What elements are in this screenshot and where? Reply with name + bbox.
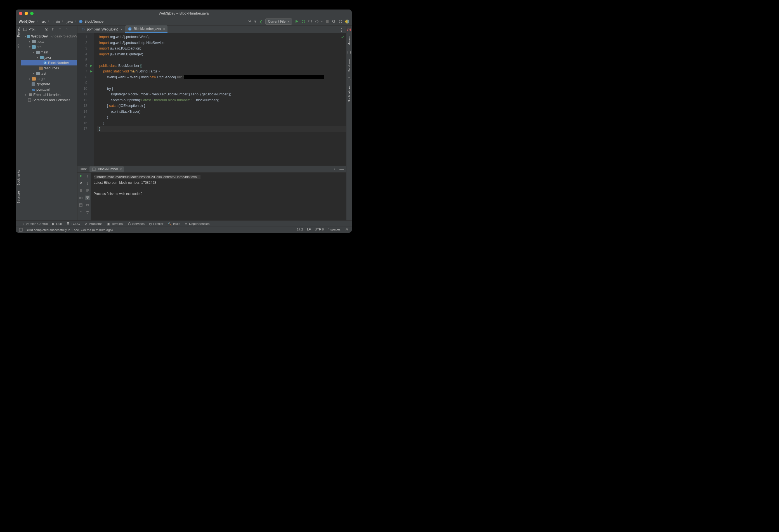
lock-icon[interactable]	[345, 228, 349, 232]
tree-folder[interactable]: ▾main	[21, 50, 77, 55]
profiler-tab[interactable]: ◷Profiler	[149, 222, 163, 226]
console-output[interactable]: /Library/Java/JavaVirtualMachines/jdk-20…	[91, 173, 346, 220]
profile-button[interactable]	[314, 19, 319, 24]
stop-icon[interactable]	[78, 188, 83, 193]
notifications-tool-button[interactable]: Notifications	[348, 85, 351, 102]
tree-folder[interactable]: ▸External Libraries	[21, 92, 77, 97]
back-icon[interactable]	[259, 19, 263, 24]
project-tool-button[interactable]: Project	[17, 27, 20, 37]
debug-button[interactable]	[301, 19, 306, 24]
maximize-window-button[interactable]	[30, 12, 34, 15]
close-tab-icon[interactable]: ×	[121, 27, 123, 32]
svg-rect-10	[23, 28, 27, 31]
terminal-tab[interactable]: ▣Terminal	[107, 222, 123, 226]
tree-folder[interactable]: ▸target	[21, 76, 77, 81]
problems-tab[interactable]: ⊘Problems	[85, 222, 103, 226]
tab-options-icon[interactable]: ⋮	[337, 27, 346, 33]
breadcrumb-item[interactable]: BlockNumber	[83, 19, 105, 24]
inspection-ok-icon[interactable]: ✓	[341, 35, 345, 40]
run-button[interactable]	[294, 19, 299, 24]
todo-tab[interactable]: ☰TODO	[67, 222, 80, 226]
structure-tool-button[interactable]: Structure	[17, 191, 20, 203]
hide-panel-icon[interactable]: —	[340, 167, 344, 172]
indent-setting[interactable]: 4 spaces	[328, 228, 341, 232]
wrench-icon[interactable]	[78, 181, 83, 185]
database-tool-button[interactable]: Database	[348, 59, 351, 72]
breadcrumb-item[interactable]: java	[66, 19, 73, 24]
database-tool-icon[interactable]	[347, 50, 352, 55]
bookmarks-tool-button[interactable]: Bookmarks	[17, 170, 20, 185]
editor[interactable]: ✓ 1234567891011121314151617 ▶ ▶ import o…	[77, 33, 346, 166]
tree-folder[interactable]: Scratches and Consoles	[21, 97, 77, 103]
maven-tool-button[interactable]: Maven	[348, 36, 351, 46]
tree-folder[interactable]: ▸.idea	[21, 39, 77, 44]
camera-icon[interactable]	[78, 195, 83, 200]
run-line-icon[interactable]: ▶	[89, 63, 94, 69]
maven-tool-icon[interactable]: m	[347, 27, 352, 32]
fold-gutter[interactable]	[94, 33, 97, 166]
tree-folder[interactable]: resources	[21, 65, 77, 71]
select-opened-file-icon[interactable]	[44, 27, 49, 32]
run-tab[interactable]: ▶Run	[52, 222, 62, 226]
cursor-position[interactable]: 17:2	[297, 228, 303, 232]
layout-icon[interactable]	[78, 203, 83, 207]
run-gutter[interactable]: ▶ ▶	[89, 33, 94, 166]
breadcrumb-item[interactable]: Web3jDev	[18, 19, 36, 24]
project-panel: Proj... — ▾Web3jDev ~/IdeaProjects/W ▸.i…	[21, 26, 77, 220]
soft-wrap-icon[interactable]	[85, 188, 90, 193]
collapse-all-icon[interactable]	[58, 27, 62, 32]
notifications-icon[interactable]	[347, 77, 352, 81]
gear-icon[interactable]	[332, 167, 337, 171]
down-icon[interactable]: ↓	[85, 181, 90, 185]
gear-icon[interactable]	[338, 19, 343, 24]
editor-tab[interactable]: m pom.xml (Web3jDev) ×	[78, 26, 125, 33]
close-window-button[interactable]	[19, 12, 22, 15]
close-tab-icon[interactable]: ×	[120, 167, 122, 171]
tree-file[interactable]: mpom.xml	[21, 87, 77, 92]
tree-folder[interactable]: ▾java	[21, 55, 77, 60]
tree-file[interactable]: .gitignore	[21, 81, 77, 87]
editor-tab-active[interactable]: C BlockNumber.java ×	[125, 25, 167, 33]
trash-icon[interactable]	[85, 210, 90, 215]
svg-rect-18	[31, 94, 32, 96]
more-icon[interactable]: »	[80, 210, 82, 213]
project-tree[interactable]: ▾Web3jDev ~/IdeaProjects/W ▸.idea ▾src ▾…	[21, 33, 77, 220]
avatar-icon[interactable]	[345, 19, 350, 24]
rerun-icon[interactable]	[78, 174, 83, 178]
up-icon[interactable]: ↑	[85, 174, 90, 178]
dependencies-tab[interactable]: ≣Dependencies	[185, 222, 210, 226]
tree-root[interactable]: ▾Web3jDev ~/IdeaProjects/W	[21, 34, 77, 39]
gear-icon[interactable]	[64, 27, 69, 32]
print-icon[interactable]	[85, 203, 90, 207]
breadcrumb[interactable]: Web3jDev〉 src〉 main〉 java〉 C BlockNumber	[18, 19, 105, 24]
search-icon[interactable]	[332, 19, 336, 24]
line-gutter[interactable]: 1234567891011121314151617	[77, 33, 89, 166]
build-tab[interactable]: 🔨Build	[168, 222, 180, 226]
tree-folder[interactable]: ▸test	[21, 71, 77, 76]
expand-all-icon[interactable]	[51, 27, 55, 32]
tree-folder[interactable]: ▾src	[21, 44, 77, 50]
breadcrumb-item[interactable]: src	[41, 19, 47, 24]
branch-icon: ⑂	[22, 222, 24, 226]
services-tab[interactable]: ⬡Services	[128, 222, 144, 226]
scroll-to-end-icon[interactable]	[85, 195, 90, 200]
svg-point-5	[333, 20, 335, 22]
commit-tool-icon[interactable]	[16, 44, 21, 48]
breadcrumb-item[interactable]: main	[52, 19, 61, 24]
line-separator[interactable]: LF	[307, 228, 311, 232]
stop-button[interactable]	[325, 19, 329, 24]
hide-panel-icon[interactable]: —	[71, 27, 75, 32]
run-line-icon[interactable]: ▶	[89, 68, 94, 74]
code-with-me-icon[interactable]	[247, 19, 252, 24]
tool-windows-icon[interactable]	[18, 228, 23, 232]
run-tab[interactable]: BlockNumber ×	[89, 166, 124, 172]
file-encoding[interactable]: UTF-8	[314, 228, 324, 232]
tree-file-selected[interactable]: CBlockNumber	[21, 60, 77, 65]
svg-point-2	[302, 20, 305, 23]
coverage-button[interactable]	[308, 19, 312, 24]
minimize-window-button[interactable]	[24, 12, 28, 15]
code-content[interactable]: import org.web3j.protocol.Web3j; import …	[97, 33, 346, 166]
version-control-tab[interactable]: ⑂Version Control	[22, 222, 48, 226]
close-tab-icon[interactable]: ×	[163, 27, 165, 31]
run-config-selector[interactable]: Current File ▼	[265, 18, 292, 24]
